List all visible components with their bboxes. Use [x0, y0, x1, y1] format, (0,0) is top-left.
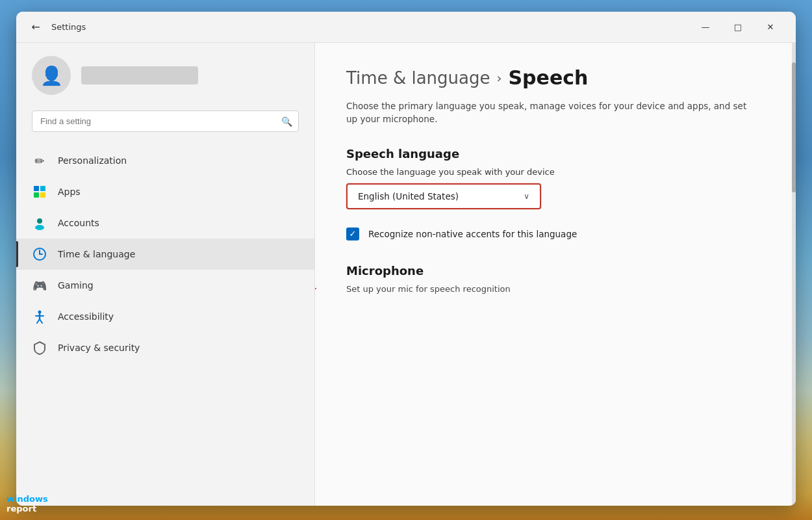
search-icon[interactable]: 🔍: [281, 116, 292, 127]
sidebar-item-time-language[interactable]: Time & language: [16, 239, 314, 270]
breadcrumb-parent: Time & language: [346, 68, 490, 88]
maximize-button[interactable]: □: [723, 17, 753, 38]
settings-window: ← Settings — □ ✕ 👤 🔍: [16, 12, 796, 506]
breadcrumb-current: Speech: [508, 66, 588, 89]
microphone-title: Microphone: [346, 264, 765, 278]
svg-point-4: [37, 218, 42, 224]
checkbox-label: Recognize non-native accents for this la…: [368, 229, 577, 239]
sidebar-item-personalization[interactable]: ✏️ Personalization: [16, 145, 314, 176]
window-title: Settings: [51, 22, 86, 32]
window-controls: — □ ✕: [691, 17, 785, 38]
sidebar-item-gaming[interactable]: 🎮 Gaming: [16, 270, 314, 301]
user-icon: 👤: [40, 65, 63, 86]
back-button[interactable]: ←: [27, 18, 45, 36]
accessibility-icon: [32, 309, 47, 324]
language-dropdown[interactable]: English (United States) ∨: [346, 183, 541, 209]
breadcrumb-arrow: ›: [496, 70, 501, 86]
sidebar-item-label-accessibility: Accessibility: [58, 311, 114, 322]
sidebar-item-label-apps: Apps: [58, 187, 81, 197]
sidebar-item-label-time-language: Time & language: [58, 249, 135, 259]
accounts-icon: [32, 215, 47, 231]
microphone-section: Microphone Set up your mic for speech re…: [346, 264, 765, 294]
checkbox-row: ✓ Recognize non-native accents for this …: [346, 228, 765, 240]
sidebar-item-label-gaming: Gaming: [58, 280, 94, 291]
sidebar-item-accessibility[interactable]: Accessibility: [16, 301, 314, 332]
watermark: windows report: [6, 494, 48, 514]
language-dropdown-value: English (United States): [358, 191, 459, 202]
watermark-line1: windows: [6, 494, 48, 504]
gaming-icon: 🎮: [32, 278, 47, 293]
svg-line-13: [40, 319, 42, 323]
sidebar-item-privacy-security[interactable]: Privacy & security: [16, 332, 314, 363]
title-bar: ← Settings — □ ✕: [16, 12, 796, 43]
sidebar-item-label-personalization: Personalization: [58, 155, 127, 166]
svg-point-5: [35, 225, 44, 230]
time-language-icon: [32, 246, 47, 262]
close-button[interactable]: ✕: [755, 17, 785, 38]
minimize-button[interactable]: —: [691, 17, 720, 38]
page-description: Choose the primary language you speak, m…: [346, 99, 749, 126]
search-input[interactable]: [32, 110, 299, 132]
checkmark-icon: ✓: [349, 229, 357, 238]
privacy-security-icon: [32, 340, 47, 356]
svg-rect-0: [34, 186, 39, 191]
scrollbar[interactable]: [792, 43, 796, 506]
nav-list: ✏️ Personalization Apps: [16, 145, 314, 506]
non-native-accents-checkbox[interactable]: ✓: [346, 228, 359, 240]
main-area: 👤 🔍 ✏️ Personalization: [16, 43, 796, 506]
sidebar-item-apps[interactable]: Apps: [16, 176, 314, 207]
chevron-down-icon: ∨: [524, 192, 529, 201]
sidebar-item-accounts[interactable]: Accounts: [16, 207, 314, 239]
sidebar-item-label-privacy-security: Privacy & security: [58, 343, 140, 353]
avatar: 👤: [32, 56, 71, 95]
svg-rect-1: [40, 186, 45, 191]
sidebar-item-label-accounts: Accounts: [58, 218, 99, 228]
user-section: 👤: [16, 56, 314, 110]
scrollbar-thumb[interactable]: [792, 62, 796, 192]
personalization-icon: ✏️: [32, 153, 47, 168]
watermark-line2: report: [6, 504, 36, 514]
speech-language-label: Choose the language you speak with your …: [346, 167, 765, 177]
svg-rect-3: [40, 192, 45, 198]
microphone-description: Set up your mic for speech recognition: [346, 284, 765, 294]
speech-language-title: Speech language: [346, 147, 765, 161]
svg-rect-2: [34, 192, 39, 198]
search-box: 🔍: [32, 110, 299, 132]
user-name-blurred: [81, 66, 198, 84]
apps-icon: [32, 184, 47, 200]
sidebar: 👤 🔍 ✏️ Personalization: [16, 43, 315, 506]
breadcrumb: Time & language › Speech: [346, 66, 765, 89]
content-panel: Time & language › Speech Choose the prim…: [315, 43, 796, 506]
